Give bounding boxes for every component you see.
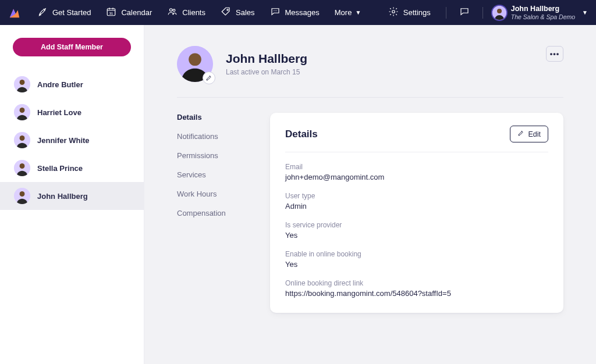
field-value: Yes [285, 231, 548, 240]
staff-item[interactable]: Harriet Love [0, 98, 144, 126]
svg-point-7 [276, 10, 276, 11]
clients-icon [167, 6, 178, 19]
nav-sales[interactable]: Sales [215, 3, 261, 22]
section-tab[interactable]: Work Hours [177, 190, 247, 198]
nav-label: Sales [236, 8, 255, 17]
details-fields: Email john+demo@mangomint.comUser type A… [285, 163, 548, 298]
section-tab[interactable]: Details [177, 113, 247, 122]
avatar [14, 188, 30, 204]
nav-label: More [335, 8, 352, 17]
staff-name: Harriet Love [37, 108, 81, 117]
separator [446, 7, 446, 19]
nav-label: Calendar [121, 8, 152, 17]
field-label: User type [285, 192, 548, 200]
user-name: John Hallberg [511, 5, 575, 13]
app-logo-icon [8, 6, 21, 19]
gear-icon [388, 6, 399, 19]
staff-item[interactable]: Stella Prince [0, 154, 144, 182]
svg-point-14 [20, 108, 25, 113]
staff-name: Stella Prince [37, 164, 83, 173]
top-navbar: Get Started 31 Calendar Clients Sales Me… [0, 0, 596, 25]
edit-button-label: Edit [528, 130, 541, 138]
svg-point-16 [20, 135, 25, 141]
field-label: Enable in online booking [285, 250, 548, 258]
section-tab[interactable]: Services [177, 170, 247, 179]
add-staff-button[interactable]: Add Staff Member [13, 38, 131, 56]
profile-avatar [177, 46, 213, 82]
pencil-icon [517, 130, 524, 138]
section-tab[interactable]: Compensation [177, 209, 247, 217]
staff-list: Andre Butler Harriet Love Jennifer White… [0, 70, 144, 210]
svg-point-12 [20, 80, 25, 85]
staff-item[interactable]: John Hallberg [0, 182, 144, 210]
field-label: Email [285, 163, 548, 171]
nav-label: Settings [403, 8, 431, 17]
rocket-icon [37, 6, 48, 19]
field-label: Online booking direct link [285, 279, 548, 287]
edit-avatar-button[interactable] [203, 72, 215, 84]
card-title: Details [285, 129, 318, 140]
avatar [14, 76, 30, 92]
nav-get-started[interactable]: Get Started [31, 3, 97, 22]
detail-field: User type Admin [285, 192, 548, 210]
svg-point-3 [173, 9, 175, 12]
field-value: john+demo@mangomint.com [285, 173, 548, 181]
details-card: Details Edit Email john+demo@mangomint.c… [270, 113, 563, 313]
section-nav: DetailsNotificationsPermissionsServicesW… [177, 113, 247, 313]
main-content: John Hallberg Last active on March 15 ••… [144, 25, 596, 364]
nav-label: Get Started [52, 8, 91, 17]
field-value: Yes [285, 260, 548, 269]
staff-name: John Hallberg [37, 192, 88, 201]
svg-point-2 [170, 9, 173, 12]
staff-name: Andre Butler [37, 80, 83, 89]
svg-point-10 [497, 9, 502, 13]
svg-point-5 [274, 10, 274, 11]
edit-button[interactable]: Edit [510, 126, 548, 142]
tag-icon [221, 6, 231, 19]
nav-primary: Get Started 31 Calendar Clients Sales Me… [31, 3, 367, 22]
nav-right: Settings John Hallberg The Salon & Spa D… [382, 3, 588, 22]
ellipsis-icon: ••• [550, 49, 560, 58]
nav-user-menu[interactable]: John Hallberg The Salon & Spa Demo ▼ [492, 5, 588, 20]
nav-label: Messages [285, 8, 320, 17]
profile-more-button[interactable]: ••• [546, 46, 563, 62]
nav-calendar[interactable]: 31 Calendar [100, 3, 158, 22]
nav-clients[interactable]: Clients [161, 3, 211, 22]
speech-icon [459, 6, 470, 19]
field-value: Admin [285, 202, 548, 210]
nav-label: Clients [182, 8, 205, 17]
svg-point-8 [392, 10, 395, 13]
field-label: Is service provider [285, 221, 548, 229]
section-tab[interactable]: Notifications [177, 132, 247, 141]
section-tab[interactable]: Permissions [177, 151, 247, 160]
nav-settings[interactable]: Settings [382, 3, 437, 22]
staff-item[interactable]: Jennifer White [0, 126, 144, 154]
caret-down-icon: ▼ [582, 9, 588, 16]
svg-text:31: 31 [109, 12, 113, 15]
calendar-icon: 31 [106, 6, 116, 19]
svg-point-18 [20, 163, 25, 169]
detail-field: Email john+demo@mangomint.com [285, 163, 548, 181]
user-subtitle: The Salon & Spa Demo [511, 13, 575, 20]
detail-field: Is service provider Yes [285, 221, 548, 240]
sidebar: Add Staff Member Andre Butler Harriet Lo… [0, 25, 144, 364]
nav-messages[interactable]: Messages [264, 3, 325, 22]
profile-last-active: Last active on March 15 [226, 68, 307, 76]
staff-item[interactable]: Andre Butler [0, 70, 144, 98]
field-value: https://booking.mangomint.com/548604?sta… [285, 289, 548, 298]
separator [483, 7, 483, 19]
avatar [14, 104, 30, 120]
nav-more[interactable]: More ▼ [329, 5, 367, 20]
chat-icon [270, 6, 281, 19]
svg-point-22 [189, 53, 201, 66]
avatar [14, 132, 30, 148]
profile-header: John Hallberg Last active on March 15 ••… [177, 46, 563, 98]
avatar [492, 6, 506, 20]
svg-point-20 [20, 191, 25, 197]
detail-field: Online booking direct link https://booki… [285, 279, 548, 298]
nav-chat-bubble[interactable] [456, 3, 473, 22]
staff-name: Jennifer White [37, 136, 90, 145]
svg-point-6 [275, 10, 275, 11]
svg-point-4 [227, 9, 228, 10]
profile-name: John Hallberg [226, 52, 307, 66]
